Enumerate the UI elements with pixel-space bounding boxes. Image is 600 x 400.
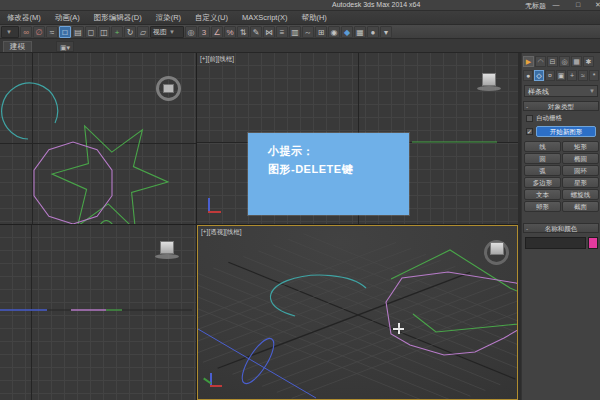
unlink-selection-icon[interactable]: ∅ [33, 26, 45, 38]
object-color-swatch[interactable] [588, 237, 598, 249]
circle-button[interactable]: 圆 [524, 153, 561, 164]
polygon-spline-3d[interactable] [386, 272, 518, 355]
ribbon-minimize-icon[interactable]: ▣▾ [56, 41, 74, 52]
viewport-left[interactable] [0, 225, 196, 400]
circle-spline[interactable] [2, 83, 58, 139]
select-object-icon[interactable]: □ [59, 26, 71, 38]
viewport-top[interactable] [0, 53, 196, 224]
viewport-perspective[interactable]: [+][透视][线框] [197, 225, 518, 400]
maximize-button[interactable]: □ [570, 0, 586, 10]
line-button[interactable]: 线 [524, 141, 561, 152]
panel-tab-utilities-icon[interactable]: ✱ [583, 56, 594, 67]
selection-filter-dropdown[interactable]: ▼ [1, 26, 19, 38]
schematic-view-icon[interactable]: ⊞ [315, 26, 327, 38]
subcategory-shapes-icon[interactable]: ◇ [534, 70, 544, 81]
menu-maxscript[interactable]: MAXScript(X) [235, 13, 294, 22]
subcategory-lights-icon[interactable]: ¤ [545, 70, 555, 81]
persp-grid-line [213, 268, 500, 385]
select-and-rotate-icon[interactable]: ↻ [124, 26, 136, 38]
angle-snap-toggle-icon[interactable]: ∠ [211, 26, 223, 38]
material-editor-icon[interactable]: ◉ [328, 26, 340, 38]
menu-rendering[interactable]: 渲染(R) [149, 13, 188, 23]
menu-customize[interactable]: 自定义(U) [188, 13, 235, 23]
subcategory-cameras-icon[interactable]: ▣ [556, 70, 566, 81]
section-button[interactable]: 截面 [562, 201, 599, 212]
reference-coordinate-dropdown[interactable]: 视图▼ [150, 26, 184, 38]
command-panel: ▶◠⊟◎▦✱ ●◇¤▣+≈* 样条线 ▼ - 对象类型 自动栅格 ✓ 开始新图形… [521, 53, 600, 400]
render-production-icon[interactable]: ● [367, 26, 379, 38]
ellipse-button[interactable]: 椭圆 [562, 153, 599, 164]
mirror-icon[interactable]: ⋈ [263, 26, 275, 38]
rollout-object-type[interactable]: - 对象类型 [523, 101, 599, 111]
menu-animation[interactable]: 动画(A) [48, 13, 87, 23]
rollout-name-and-color[interactable]: - 名称和颜色 [523, 223, 599, 233]
curve-editor-icon[interactable]: ～ [302, 26, 314, 38]
start-new-shape-button[interactable]: 开始新图形 [536, 126, 596, 137]
viewcube-left[interactable] [160, 241, 174, 254]
select-and-move-icon[interactable]: + [111, 26, 123, 38]
ellipse-spline-3d[interactable] [237, 334, 280, 388]
polygon-button[interactable]: 多边形 [524, 177, 561, 188]
create-subcategories: ●◇¤▣+≈* [523, 70, 599, 81]
menu-help[interactable]: 帮助(H) [294, 13, 333, 23]
rectangular-selection-region-icon[interactable]: ◻ [85, 26, 97, 38]
edit-named-selection-sets-icon[interactable]: ✎ [250, 26, 262, 38]
text-button[interactable]: 文本 [524, 189, 561, 200]
egg-button[interactable]: 卵形 [524, 201, 561, 212]
object-name-input[interactable] [525, 237, 586, 249]
donut-button[interactable]: 圆环 [562, 165, 599, 176]
start-new-shape-checkbox[interactable]: ✓ [526, 128, 533, 135]
viewport-perspective-label[interactable]: [+][透视][线框] [201, 228, 242, 237]
autogrid-row: 自动栅格 [526, 114, 562, 123]
bind-to-space-warp-icon[interactable]: ≈ [46, 26, 58, 38]
subcategory-systems-icon[interactable]: * [589, 70, 599, 81]
ribbon-tab-modeling[interactable]: 建模 [3, 41, 32, 52]
panel-tab-display-icon[interactable]: ▦ [571, 56, 582, 67]
star-button[interactable]: 星形 [562, 177, 599, 188]
reference-coordinate-dropdown-value: 视图 [153, 27, 167, 37]
layer-manager-icon[interactable]: ▥ [289, 26, 301, 38]
panel-tab-hierarchy-icon[interactable]: ⊟ [547, 56, 558, 67]
snap-toggle-3d-icon[interactable]: 3 [198, 26, 210, 38]
autogrid-checkbox[interactable] [526, 115, 533, 122]
spinner-snap-toggle-icon[interactable]: ⇅ [237, 26, 249, 38]
subcategory-geometry-icon[interactable]: ● [523, 70, 533, 81]
menu-graph-editors[interactable]: 图形编辑器(D) [87, 13, 149, 23]
panel-tab-create-icon[interactable]: ▶ [523, 56, 534, 67]
select-and-scale-icon[interactable]: ▱ [137, 26, 149, 38]
subcategory-space-warps-icon[interactable]: ≈ [578, 70, 588, 81]
shape-category-dropdown[interactable]: 样条线 ▼ [524, 85, 598, 97]
subcategory-helpers-icon[interactable]: + [567, 70, 577, 81]
arc-button[interactable]: 弧 [524, 165, 561, 176]
window-crossing-icon[interactable]: ◫ [98, 26, 110, 38]
tip-title: 小提示： [268, 144, 314, 159]
helix-button[interactable]: 螺旋线 [562, 189, 599, 200]
minimize-button[interactable]: — [548, 0, 564, 10]
rendered-frame-window-icon[interactable]: ▦ [354, 26, 366, 38]
percent-snap-toggle-icon[interactable]: % [224, 26, 236, 38]
select-and-link-icon[interactable]: ∞ [20, 26, 32, 38]
viewcube-front[interactable] [482, 73, 496, 86]
use-pivot-point-center-icon[interactable]: ◎ [185, 26, 197, 38]
toolbar-overflow-icon[interactable]: ▾ [380, 26, 392, 38]
align-icon[interactable]: ≡ [276, 26, 288, 38]
panel-tab-modify-icon[interactable]: ◠ [535, 56, 546, 67]
close-button[interactable]: ✕ [590, 0, 600, 10]
shape-category-value: 样条线 [528, 88, 549, 95]
viewcube-top[interactable] [156, 76, 181, 101]
viewport-front-label[interactable]: [+][前][线框] [200, 55, 234, 64]
rectangle-button[interactable]: 矩形 [562, 141, 599, 152]
panel-tab-motion-icon[interactable]: ◎ [559, 56, 570, 67]
viewcube-cube[interactable] [490, 242, 504, 255]
axis-tripod [203, 372, 225, 392]
menu-modifiers[interactable]: 修改器(M) [0, 13, 48, 23]
star-spline[interactable] [52, 126, 168, 224]
render-setup-icon[interactable]: ◆ [341, 26, 353, 38]
ribbon-strip: 建模 ▣▾ [0, 39, 600, 53]
perspective-viewport-shapes [198, 226, 518, 400]
rollout-name-and-color-title: 名称和颜色 [545, 225, 578, 232]
select-by-name-icon[interactable]: ▤ [72, 26, 84, 38]
document-title: 无标题 [525, 1, 546, 11]
small-spline[interactable] [100, 221, 113, 225]
viewcube-face[interactable] [163, 84, 174, 93]
